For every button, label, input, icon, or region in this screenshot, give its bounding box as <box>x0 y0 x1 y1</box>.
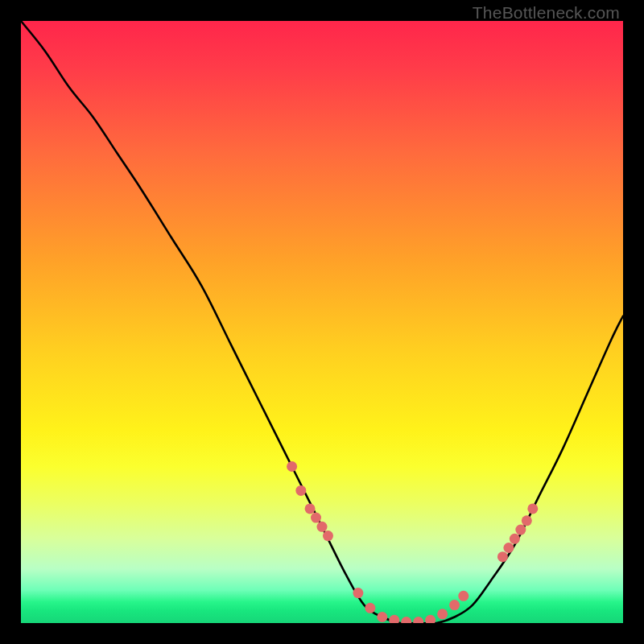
data-dot <box>389 615 399 623</box>
data-dot <box>458 591 469 601</box>
data-dot <box>365 603 375 613</box>
data-dot <box>377 612 387 622</box>
data-dot <box>527 503 538 514</box>
data-dot <box>295 485 306 496</box>
data-dot <box>305 503 316 514</box>
bottleneck-curve <box>21 21 623 623</box>
data-dot <box>449 600 460 610</box>
data-dot <box>323 530 333 541</box>
data-dot <box>353 588 363 598</box>
data-dot <box>317 522 328 532</box>
data-dot <box>503 543 514 553</box>
data-dots <box>287 461 538 623</box>
data-dot <box>311 513 321 523</box>
watermark-text: TheBottleneck.com <box>473 3 620 23</box>
data-dot <box>497 551 508 562</box>
data-dot <box>437 609 448 619</box>
plot-area <box>21 21 623 623</box>
chart-svg <box>21 21 623 623</box>
data-dot <box>413 617 423 623</box>
data-dot <box>401 617 411 623</box>
data-dot <box>510 534 520 544</box>
data-dot <box>522 515 532 526</box>
chart-container: TheBottleneck.com <box>0 0 644 644</box>
data-dot <box>515 525 526 535</box>
data-dot <box>287 461 297 472</box>
data-dot <box>425 615 436 623</box>
